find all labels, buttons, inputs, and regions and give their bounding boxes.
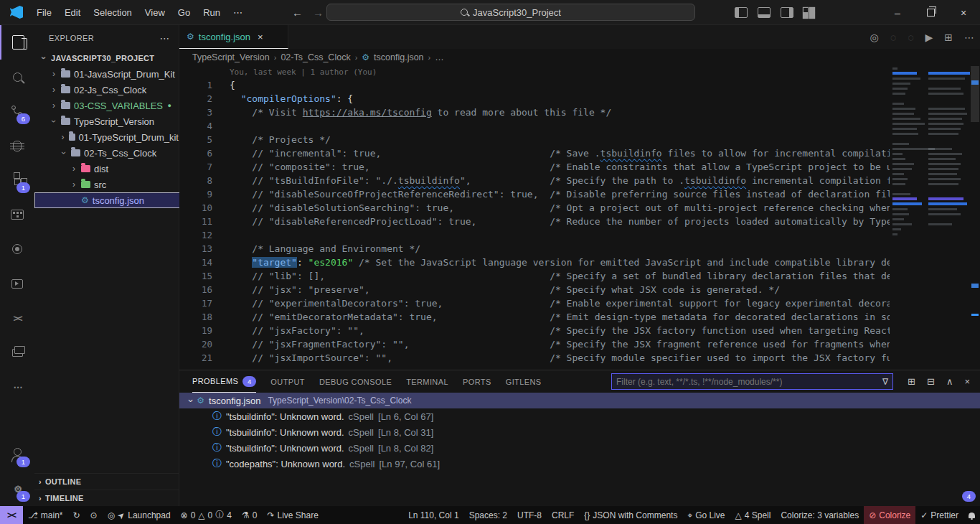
activity-remote-explorer[interactable]: >< bbox=[0, 301, 34, 335]
info-icon: ⓘ bbox=[215, 509, 224, 521]
panel-tab-gitlens[interactable]: GITLENS bbox=[506, 370, 542, 393]
more-actions-icon[interactable]: ⋯ bbox=[964, 32, 974, 43]
panel-tab-problems[interactable]: PROBLEMS4 bbox=[192, 370, 256, 393]
menu-more[interactable]: ⋯ bbox=[227, 0, 249, 25]
outline-section[interactable]: › OUTLINE bbox=[34, 473, 179, 490]
status-prettier[interactable]: ✓Prettier bbox=[915, 506, 963, 524]
run-code-icon[interactable]: ▶ bbox=[925, 32, 933, 43]
menu-run[interactable]: Run bbox=[197, 0, 227, 25]
activity-gitlens[interactable] bbox=[0, 232, 34, 266]
command-center-search[interactable]: JavaScript30_Project bbox=[326, 4, 695, 21]
activity-settings[interactable]: ⚙1 bbox=[0, 472, 34, 506]
forward-arrow-icon[interactable]: → bbox=[313, 6, 324, 19]
panel-tab-ports[interactable]: PORTS bbox=[463, 370, 491, 393]
status-gitlens-graph[interactable]: ⊙ bbox=[85, 506, 103, 524]
folder-03-css-variables[interactable]: ›03-CSS_VARIABLES● bbox=[34, 98, 179, 113]
open-changes-icon[interactable]: ◌ bbox=[890, 32, 896, 43]
close-panel-icon[interactable]: × bbox=[964, 376, 970, 387]
panel-tab-output[interactable]: OUTPUT bbox=[270, 370, 305, 393]
problem-entry[interactable]: ⓘ"tsbuildinfo": Unknown word.cSpell[Ln 8… bbox=[179, 440, 980, 456]
restore-button[interactable] bbox=[914, 0, 947, 25]
menu-go[interactable]: Go bbox=[171, 0, 197, 25]
view-as-table-icon[interactable]: ⊞ bbox=[908, 376, 915, 387]
status-problems-summary[interactable]: ⊗0△0ⓘ4 bbox=[176, 506, 237, 524]
panel-tab-terminal[interactable]: TERMINAL bbox=[406, 370, 448, 393]
close-tab-icon[interactable]: × bbox=[258, 32, 263, 42]
minimap[interactable] bbox=[890, 66, 970, 370]
status-sync-changes[interactable]: ↻ bbox=[68, 506, 85, 524]
status-cursor-position[interactable]: Ln 110, Col 1 bbox=[403, 506, 464, 524]
chevron-down-icon: › bbox=[186, 399, 197, 402]
folder-02-js-css-clock[interactable]: ›02-Js_Css_Clock bbox=[34, 82, 179, 98]
problems-filter[interactable]: ∇ bbox=[611, 373, 893, 390]
breadcrumb-item[interactable]: 02-Ts_Css_Clock bbox=[281, 52, 350, 62]
status-test-results[interactable]: ⚗0 bbox=[237, 506, 262, 524]
status-spell-checker[interactable]: △4 Spell bbox=[730, 506, 776, 524]
status-git-branch[interactable]: ⎇main* bbox=[23, 506, 68, 524]
tab-tsconfig-json[interactable]: ⚙ tsconfig.json × bbox=[179, 25, 288, 49]
explorer-more-actions-icon[interactable]: ⋯ bbox=[160, 32, 170, 44]
menu-file[interactable]: File bbox=[30, 0, 58, 25]
folder-02-ts-css-clock[interactable]: ›02-Ts_Css_Clock bbox=[34, 145, 179, 161]
activity-containers[interactable] bbox=[0, 197, 34, 232]
activity-search[interactable] bbox=[0, 60, 34, 94]
split-editor-icon[interactable]: ⊞ bbox=[944, 32, 953, 43]
activity-explorer[interactable] bbox=[0, 25, 34, 60]
problem-source: cSpell bbox=[349, 459, 374, 469]
status-language-mode[interactable]: {}JSON with Comments bbox=[579, 506, 682, 524]
code-content[interactable]: You, last week | 1 author (You) 1{2 "com… bbox=[179, 66, 890, 370]
menu-view[interactable]: View bbox=[138, 0, 171, 25]
back-arrow-icon[interactable]: ← bbox=[292, 6, 303, 19]
menu-edit[interactable]: Edit bbox=[58, 0, 87, 25]
folder-typescript-version[interactable]: ›TypeScript_Version bbox=[34, 113, 179, 129]
activity-live-preview[interactable] bbox=[0, 266, 34, 301]
problem-entry[interactable]: ⓘ"codepaths": Unknown word.cSpell[Ln 97,… bbox=[179, 456, 980, 472]
timeline-section[interactable]: › TIMELINE bbox=[34, 490, 179, 506]
folder-dist[interactable]: ›dist bbox=[34, 161, 179, 177]
activity-run-debug[interactable] bbox=[0, 128, 34, 163]
rocket-icon: ➤ bbox=[116, 509, 128, 521]
status-indentation[interactable]: Spaces: 2 bbox=[464, 506, 512, 524]
activity-source-control[interactable]: 6 bbox=[0, 94, 34, 128]
problems-filter-input[interactable] bbox=[612, 377, 882, 387]
status-go-live[interactable]: ⌖Go Live bbox=[682, 506, 730, 524]
activity-more[interactable]: ⋯ bbox=[0, 370, 34, 404]
status-eol-sequence[interactable]: CRLF bbox=[547, 506, 579, 524]
scrollbar-slider[interactable] bbox=[971, 66, 979, 122]
customize-layout-icon[interactable] bbox=[804, 8, 815, 17]
status-remote-indicator[interactable]: >< bbox=[0, 506, 23, 524]
toggle-sidebar-icon[interactable] bbox=[735, 7, 748, 18]
collapse-all-icon[interactable]: ⊟ bbox=[927, 376, 935, 387]
root-folder[interactable]: ›JAVASCRIPT30_PROJECT bbox=[34, 50, 179, 66]
breadcrumb-item[interactable]: TypeScript_Version bbox=[192, 52, 270, 62]
source-control-badge: 6 bbox=[17, 113, 30, 124]
activity-extensions[interactable]: 1 bbox=[0, 163, 34, 197]
status-colorize-disabled[interactable]: ⊘Colorize bbox=[864, 506, 915, 524]
panel-tab-debug-console[interactable]: DEBUG CONSOLE bbox=[319, 370, 392, 393]
status-live-share[interactable]: ↷Live Share bbox=[262, 506, 323, 524]
status-notifications[interactable] bbox=[963, 506, 980, 524]
folder-01-typescript-drum-kit[interactable]: ›01-TypeScript_Drum_kit bbox=[34, 129, 179, 145]
status-encoding[interactable]: UTF-8 bbox=[512, 506, 547, 524]
problem-location: [Ln 97, Col 61] bbox=[379, 459, 440, 469]
timeline-view-icon[interactable]: ◌ bbox=[908, 32, 913, 43]
overview-ruler-scrollbar[interactable] bbox=[970, 66, 980, 370]
activity-layers[interactable] bbox=[0, 335, 34, 370]
status-colorize-variables[interactable]: Colorize: 3 variables bbox=[776, 506, 864, 524]
folder-src[interactable]: ›src bbox=[34, 177, 179, 192]
breadcrumb-item[interactable]: tsconfig.json bbox=[374, 52, 423, 62]
problem-entry[interactable]: ⓘ"tsbuildinfo": Unknown word.cSpell[Ln 6… bbox=[179, 408, 980, 424]
toggle-panel-icon[interactable] bbox=[758, 7, 771, 18]
breadcrumb-item[interactable]: … bbox=[435, 52, 444, 62]
problems-file-row[interactable]: ›⚙tsconfig.jsonTypeScript_Version\02-Ts_… bbox=[179, 393, 980, 408]
menu-selection[interactable]: Selection bbox=[87, 0, 138, 25]
folder-01-javascript-drum-kit[interactable]: ›01-JavaScript_Drum_Kit bbox=[34, 66, 179, 82]
close-button[interactable]: × bbox=[947, 0, 980, 25]
activity-accounts[interactable]: 1 bbox=[0, 437, 34, 472]
minimize-button[interactable]: – bbox=[881, 0, 914, 25]
maximize-panel-icon[interactable]: ∧ bbox=[946, 376, 953, 387]
gitlens-annotations-icon[interactable]: ◎ bbox=[870, 32, 879, 43]
toggle-secondary-sidebar-icon[interactable] bbox=[781, 7, 793, 18]
problem-entry[interactable]: ⓘ"tsbuildinfo": Unknown word.cSpell[Ln 8… bbox=[179, 424, 980, 440]
status-launchpad[interactable]: ◎➤Launchpad bbox=[103, 506, 176, 524]
